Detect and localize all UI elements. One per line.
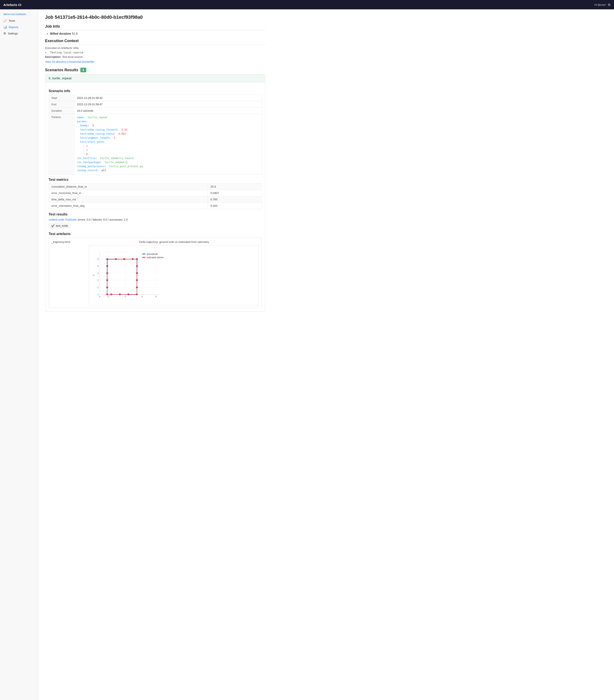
table-row: error_horizontal_final_m0.0407 xyxy=(49,190,261,196)
links-line: View S3 directory | Download Dockerfile xyxy=(45,60,265,63)
sidebar-item-label: Reports xyxy=(9,26,18,29)
metric-key: error_horizontal_final_m xyxy=(49,190,208,196)
metric-value: 0.163 xyxy=(208,202,261,209)
artefacts-section: _trajectory.html Turtle trajectory: grou… xyxy=(49,238,261,308)
svg-text:2: 2 xyxy=(107,296,109,298)
svg-point-60 xyxy=(111,293,112,295)
gear-icon[interactable]: ⚙ xyxy=(607,3,611,7)
download-dockerfile-link[interactable]: Download Dockerfile xyxy=(69,60,94,63)
svg-point-65 xyxy=(143,257,144,258)
svg-text:2: 2 xyxy=(97,286,99,289)
test-suite-line: unittest.suite.TestSuite: errors: 0.0 / … xyxy=(49,218,261,221)
scenario-card-body: Scenario info Start 2022-12-29 01:58:32 … xyxy=(45,82,265,311)
chart-title: Turtle trajectory: ground truth vs estim… xyxy=(89,240,259,243)
scenarios-heading: Scenarios Results xyxy=(45,68,78,72)
test-artefacts-heading: Test artefacts xyxy=(49,232,261,236)
table-row-params: Params name: turtle_repeat params: dummy… xyxy=(49,114,261,174)
sidebar-item-label: Settings xyxy=(8,32,18,35)
sidebar-project: demo-ros1-turtlesim xyxy=(0,12,38,17)
test-check-icon: ✔️ xyxy=(51,224,55,227)
svg-point-53 xyxy=(136,265,138,267)
svg-point-43 xyxy=(106,293,108,295)
scenarios-heading-row: Scenarios Results ⬇ xyxy=(45,68,265,72)
billed-duration: Billed duration 51.0 xyxy=(50,32,265,35)
description-line: Description: Test local source xyxy=(45,55,265,59)
scenario-card: 0_turtle_repeat Scenario info Start 2022… xyxy=(45,74,265,312)
svg-point-52 xyxy=(136,258,138,260)
svg-point-59 xyxy=(119,293,121,295)
page-title: Job 541371e5-2614-4b0c-80d0-b1ecf93f98a0 xyxy=(45,14,265,20)
description-value: Test local source xyxy=(62,55,82,59)
svg-point-50 xyxy=(124,258,125,260)
svg-text:8: 8 xyxy=(155,296,157,298)
sidebar-item-label: Tests xyxy=(9,19,15,22)
metric-value: 20.3 xyxy=(208,183,261,190)
metric-key: cumulative_distance_final_m xyxy=(49,183,208,190)
test-results-heading: Test results xyxy=(49,212,261,216)
test-results-section: unittest.suite.TestSuite: errors: 0.0 / … xyxy=(49,218,261,229)
svg-point-58 xyxy=(128,293,129,295)
description-label: Description: xyxy=(45,55,61,59)
svg-point-48 xyxy=(106,259,108,260)
scenario-name: 0_turtle_repeat xyxy=(45,74,265,82)
execution-context: Executed on Artefacts' infra >_ Testing … xyxy=(45,46,265,63)
end-value: 2022-12-29 01:58:47 xyxy=(74,101,261,108)
start-label: Start xyxy=(49,95,74,101)
trajectory-svg: y xyxy=(91,248,164,303)
metric-value: 0.765 xyxy=(208,196,261,202)
test-suite-stats: : errors: 0.0 / failures: 0.0 / successe… xyxy=(76,218,128,221)
executed-on: Executed on Artefacts' infra xyxy=(45,46,265,50)
svg-point-45 xyxy=(106,279,108,281)
download-scenarios-button[interactable]: ⬇ xyxy=(80,68,86,72)
scenario-info-table: Start 2022-12-29 01:58:32 End 2022-12-29… xyxy=(49,95,261,174)
main-content: Job 541371e5-2614-4b0c-80d0-b1ecf93f98a0… xyxy=(38,9,272,322)
svg-text:groundtruth: groundtruth xyxy=(147,253,158,255)
test-item-name: test_turtle xyxy=(56,224,68,227)
svg-text:6: 6 xyxy=(97,258,99,260)
tests-icon: 📈 xyxy=(3,19,7,22)
svg-point-51 xyxy=(132,258,134,260)
sidebar-item-tests[interactable]: 📈 Tests xyxy=(0,17,38,24)
artefact-row: _trajectory.html Turtle trajectory: grou… xyxy=(49,238,261,308)
svg-point-55 xyxy=(136,279,138,281)
svg-text:estimated odometry: estimated odometry xyxy=(147,256,164,259)
job-info-heading: Job Info xyxy=(45,24,265,30)
view-s3-link[interactable]: View S3 directory xyxy=(45,60,66,63)
billed-duration-val: 51.0 xyxy=(72,32,78,35)
duration-value: 16.0 seconds xyxy=(74,108,261,114)
reports-icon: 📊 xyxy=(3,25,7,29)
job-info-list: Billed duration 51.0 xyxy=(45,32,265,35)
end-label: End xyxy=(49,101,74,108)
table-row: time_delta_max_ms0.765 xyxy=(49,196,261,202)
svg-point-56 xyxy=(136,287,138,288)
svg-point-44 xyxy=(106,287,108,288)
metric-value: 0.0407 xyxy=(208,190,261,196)
chart-container: Turtle trajectory: ground truth vs estim… xyxy=(89,240,259,305)
params-label: Params xyxy=(49,114,74,174)
test-suite-name: unittest.suite.TestSuite xyxy=(49,218,76,221)
execution-heading: Execution Context xyxy=(45,39,265,45)
artefact-filename: _trajectory.html xyxy=(51,240,86,243)
metric-key: error_orientation_final_deg xyxy=(49,202,208,209)
svg-text:4: 4 xyxy=(97,272,99,274)
table-row: Start 2022-12-29 01:58:32 xyxy=(49,95,261,101)
params-content: name: turtle_repeat params: dummy: 0 tes… xyxy=(74,114,261,174)
user-greeting: Hi ljburtz! xyxy=(594,3,606,7)
svg-point-46 xyxy=(106,272,108,274)
navbar-brand: Artefacts CI xyxy=(3,3,21,7)
svg-text:3: 3 xyxy=(97,279,99,282)
metrics-table: cumulative_distance_final_m20.3error_hor… xyxy=(49,183,261,209)
settings-icon: ⚙ xyxy=(3,32,6,35)
duration-label: Duration xyxy=(49,108,74,114)
svg-text:y: y xyxy=(92,274,94,276)
start-value: 2022-12-29 01:58:32 xyxy=(74,95,261,101)
sidebar: demo-ros1-turtlesim 📈 Tests 📊 Reports ⚙ … xyxy=(0,9,38,322)
table-row: cumulative_distance_final_m20.3 xyxy=(49,183,261,190)
svg-point-62 xyxy=(143,253,144,254)
sidebar-item-reports[interactable]: 📊 Reports xyxy=(0,24,38,30)
terminal-line: >_ Testing local source xyxy=(45,51,265,54)
svg-text:6: 6 xyxy=(142,296,143,298)
params-pre: name: turtle_repeat params: dummy: 0 tes… xyxy=(77,115,259,173)
sidebar-item-settings[interactable]: ⚙ Settings xyxy=(0,30,38,37)
navbar-user: Hi ljburtz! ⚙ xyxy=(594,3,611,7)
